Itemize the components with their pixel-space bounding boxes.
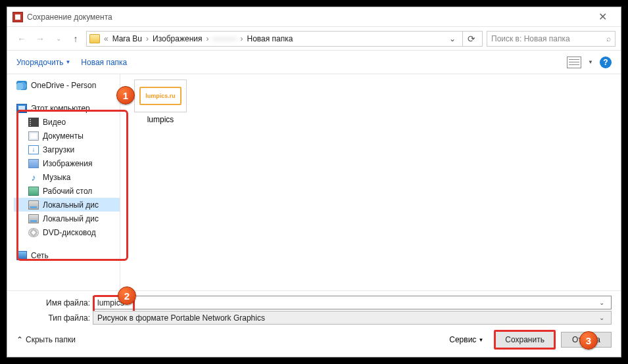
breadcrumb-item[interactable]: Изображения (151, 34, 203, 43)
sidebar-item-pictures[interactable]: Изображения (14, 156, 120, 170)
sidebar-item-documents[interactable]: Документы (14, 129, 120, 143)
window-title: Сохранение документа (27, 12, 112, 22)
annotation-badge: 1 (116, 86, 135, 104)
dvd-icon (28, 228, 39, 237)
chevron-down-icon[interactable]: ▼ (588, 59, 593, 65)
sidebar-item-music[interactable]: ♪Музыка (14, 170, 120, 184)
nav-up-button[interactable]: ↑ (69, 32, 82, 45)
filename-input[interactable]: lumpics ⌄ (93, 296, 612, 309)
dialog-footer: ⌃ Скрыть папки Сервис ▼ Сохранить Отмена (7, 327, 621, 357)
view-options-button[interactable] (567, 57, 581, 68)
address-bar-row: ← → ⌄ ↑ « Mara Bu › Изображения › ——— › … (7, 26, 621, 50)
sidebar-item-network[interactable]: Сеть (14, 248, 120, 262)
chevron-right-icon: › (146, 34, 149, 43)
lumpics-logo-icon: lumpics.ru (139, 87, 181, 105)
save-button[interactable]: Сохранить (494, 330, 556, 350)
sidebar-item-downloads[interactable]: Загрузки (14, 143, 120, 156)
sidebar-item-dvd[interactable]: DVD-дисковод (14, 225, 120, 239)
pictures-icon (28, 159, 39, 168)
dialog-body: OneDrive - Person Этот компьютер Видео Д… (7, 74, 621, 290)
save-dialog-window: Сохранение документа ✕ ← → ⌄ ↑ « Mara Bu… (7, 7, 621, 357)
help-button[interactable]: ? (600, 57, 612, 68)
folder-icon (89, 34, 100, 43)
sidebar-item-onedrive[interactable]: OneDrive - Person (14, 78, 120, 92)
chevron-up-icon: ⌃ (16, 335, 23, 344)
address-dropdown[interactable]: ⌄ (445, 34, 460, 43)
video-icon (28, 118, 39, 127)
sidebar-item-videos[interactable]: Видео (14, 115, 120, 129)
search-input[interactable]: Поиск в: Новая папка ⌕ (487, 31, 616, 47)
sidebar-item-desktop[interactable]: Рабочий стол (14, 184, 120, 198)
service-button[interactable]: Сервис ▼ (449, 335, 483, 344)
chevron-down-icon[interactable]: ⌄ (596, 299, 607, 306)
file-fields: Имя файла: lumpics ⌄ Тип файла: Рисунок … (7, 290, 621, 327)
filetype-label: Тип файла: (16, 313, 90, 323)
breadcrumb-bar[interactable]: « Mara Bu › Изображения › ——— › Новая па… (86, 31, 483, 47)
close-button[interactable]: ✕ (589, 11, 616, 24)
nav-sidebar: OneDrive - Person Этот компьютер Видео Д… (7, 74, 120, 290)
chevron-down-icon: ▼ (65, 59, 70, 65)
hdd-icon (28, 200, 39, 210)
nav-recent-dropdown[interactable]: ⌄ (52, 32, 65, 45)
download-icon (28, 145, 39, 154)
file-listing-area[interactable]: lumpics.ru lumpics (120, 74, 621, 290)
music-icon: ♪ (28, 173, 39, 182)
sidebar-item-localdisk[interactable]: Локальный дис (14, 212, 120, 225)
titlebar: Сохранение документа ✕ (7, 7, 621, 26)
filetype-select[interactable]: Рисунок в формате Portable Network Graph… (93, 311, 612, 325)
breadcrumb-item[interactable]: Mara Bu (111, 34, 143, 43)
breadcrumb-sep: « (104, 34, 109, 43)
annotation-badge: 3 (579, 331, 598, 350)
sidebar-item-thispc[interactable]: Этот компьютер (14, 101, 120, 115)
file-name-label: lumpics (147, 115, 174, 124)
chevron-down-icon: ▼ (478, 337, 483, 343)
new-folder-button[interactable]: Новая папка (81, 58, 127, 67)
refresh-button[interactable]: ⟳ (462, 31, 479, 47)
chevron-right-icon: › (206, 34, 208, 43)
search-icon: ⌕ (606, 34, 611, 43)
desktop-icon (28, 187, 39, 196)
sidebar-item-localdisk[interactable]: Локальный дис (14, 198, 120, 212)
file-thumbnail: lumpics.ru (134, 80, 187, 112)
chevron-down-icon[interactable]: ⌄ (596, 314, 607, 321)
breadcrumb-item-blurred[interactable]: ——— (211, 34, 237, 43)
toolbar: Упорядочить▼ Новая папка ▼ ? (7, 50, 621, 74)
filename-label: Имя файла: (16, 298, 90, 307)
network-icon (16, 251, 27, 260)
nav-back-button[interactable]: ← (15, 32, 28, 45)
file-item[interactable]: lumpics.ru lumpics (132, 80, 189, 124)
document-icon (28, 131, 39, 141)
breadcrumb-item[interactable]: Новая папка (245, 34, 294, 43)
pc-icon (16, 104, 27, 113)
onedrive-icon (16, 81, 27, 90)
nav-forward-button[interactable]: → (34, 32, 47, 45)
hide-folders-button[interactable]: ⌃ Скрыть папки (16, 335, 76, 344)
organize-button[interactable]: Упорядочить▼ (16, 58, 70, 67)
app-icon (12, 12, 23, 22)
search-placeholder: Поиск в: Новая папка (491, 34, 570, 43)
chevron-right-icon: › (240, 34, 243, 43)
hdd-icon (28, 214, 39, 223)
annotation-badge: 2 (118, 286, 136, 305)
